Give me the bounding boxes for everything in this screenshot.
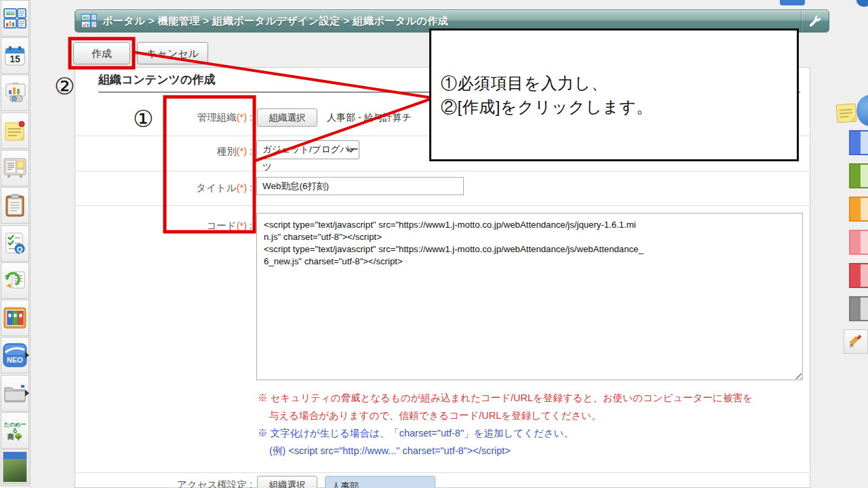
design-swatch-green[interactable] (849, 163, 868, 188)
sidebar-item-bulletin-board[interactable] (1, 150, 29, 186)
code-line: <script type="text/javascript" src="http… (264, 219, 795, 231)
sidebar-item-workflow[interactable] (1, 262, 29, 299)
sidebar-item-portal[interactable] (1, 0, 29, 37)
portal-breadcrumb-icon (81, 14, 97, 28)
banner-image (3, 451, 27, 484)
code-line: 6_new.js" charset="utf-8"></script> (264, 256, 795, 268)
folder-icon (3, 384, 26, 403)
design-swatch-gray[interactable] (849, 296, 868, 321)
charset-note-line1: ※ 文字化けが生じる場合は、「charset="utf-8"」を追加してください… (258, 426, 574, 440)
bulletin-board-icon (3, 157, 26, 179)
swatch-dark-strip (850, 298, 861, 320)
sidebar-item-tanomail[interactable]: たのめーる 商🌳 (1, 412, 29, 449)
neo-icon: NEO (3, 343, 27, 367)
access-org-select-button[interactable]: 組織選択 (257, 476, 317, 488)
breadcrumb: ポータル > 機能管理 > 組織ポータルデザイン設定 > 組織ポータルの作成 (102, 15, 448, 28)
calendar-icon: 15 (4, 45, 26, 66)
access-row-label: アクセス権設定: (88, 479, 252, 488)
code-row-label: コード(*): (88, 220, 252, 232)
security-note-line1: ※ セキュリティの脅威となるものが組み込まれたコード/URLを登録すると、お使い… (258, 391, 753, 405)
swatch-dark-strip (850, 131, 861, 154)
partial-top-icon (856, 0, 868, 7)
org-selected-value: 人事部 - 給与計算チ (327, 112, 412, 124)
edit-design-button[interactable] (844, 329, 868, 354)
create-button[interactable]: 作成 (73, 42, 130, 64)
tanomail-label: たのめーる (1, 422, 28, 434)
tanomail-icon: たのめーる 商🌳 (1, 422, 28, 440)
partial-top-icon (780, 0, 805, 5)
cancel-button[interactable]: キャンセル (137, 42, 208, 64)
app-sidebar: 15 (0, 0, 31, 488)
security-note-line2: 与える場合がありますので、信頼できるコード/URLを登録してください。 (269, 409, 601, 422)
form-title: 組織コンテンツの作成 (98, 72, 215, 87)
step-1-marker: ① (133, 107, 153, 130)
projector-icon (3, 82, 26, 104)
type-select[interactable]: ガジェット/ブログパーツ (256, 140, 359, 159)
design-swatch-pink[interactable] (849, 230, 868, 255)
pencil-icon (848, 333, 864, 350)
charset-note-line2: (例) <script src="http://www..." charset=… (269, 444, 511, 458)
portal-icon (3, 8, 26, 28)
wrench-icon (808, 14, 822, 28)
step-2-marker: ② (54, 75, 75, 98)
neo-label: NEO (7, 356, 23, 364)
swatch-dark-strip (850, 231, 861, 253)
title-input[interactable]: Web勤怠(6打刻) (256, 177, 464, 195)
sidebar-item-banner[interactable] (1, 449, 29, 486)
title-row-label: タイトル(*): (88, 182, 252, 195)
resize-grip-icon[interactable] (793, 370, 802, 379)
row-separator (76, 171, 809, 171)
calendar-day-label: 15 (9, 54, 20, 64)
callout-line2: ②[作成]をクリックします。 (441, 95, 790, 119)
sidebar-item-memo[interactable] (1, 113, 29, 149)
bookshelf-icon (3, 307, 26, 329)
sidebar-item-folder[interactable] (1, 375, 29, 411)
sidebar-item-clipboard[interactable] (1, 187, 29, 224)
swatch-dark-strip (850, 264, 861, 287)
sidebar-item-schedule[interactable]: 15 (1, 37, 29, 74)
flyout-arrow-icon[interactable] (25, 390, 29, 396)
sidebar-item-survey[interactable]: Q (1, 225, 29, 262)
org-row-label: 管理組織(*): (88, 111, 252, 124)
design-swatch-blue[interactable] (849, 130, 868, 155)
workflow-icon (3, 270, 26, 291)
access-selected-value: 人事部 (325, 476, 435, 488)
app-window: 15 (0, 0, 868, 488)
survey-icon: Q (4, 232, 26, 255)
code-line: <script type="text/javascript" src="http… (264, 243, 795, 256)
org-select-button[interactable]: 組織選択 (257, 108, 317, 127)
callout-line1: ①必須項目を入力し、 (441, 71, 790, 95)
sidebar-item-facility[interactable] (1, 75, 29, 111)
swatch-dark-strip (850, 165, 861, 187)
sidebar-item-document-library[interactable] (1, 300, 29, 336)
row-separator (76, 205, 809, 206)
svg-text:Q: Q (17, 245, 23, 253)
code-textarea[interactable]: <script type="text/javascript" src="http… (256, 213, 803, 380)
clipboard-icon (5, 194, 24, 217)
settings-wrench-button[interactable] (801, 10, 829, 32)
sidebar-item-neo[interactable]: NEO (1, 337, 29, 373)
instruction-callout-box: ①必須項目を入力し、 ②[作成]をクリックします。 (429, 28, 799, 161)
code-line: n.js" charset="utf-8"></script> (264, 231, 795, 243)
design-swatch-red[interactable] (849, 263, 868, 288)
type-row-label: 種別(*): (88, 145, 252, 158)
row-separator (76, 472, 809, 473)
swatch-dark-strip (850, 198, 861, 220)
design-swatch-orange[interactable] (849, 197, 868, 222)
note-shortcut-icon[interactable] (835, 100, 863, 126)
memo-icon (4, 120, 26, 142)
flyout-arrow-icon[interactable] (25, 352, 29, 359)
